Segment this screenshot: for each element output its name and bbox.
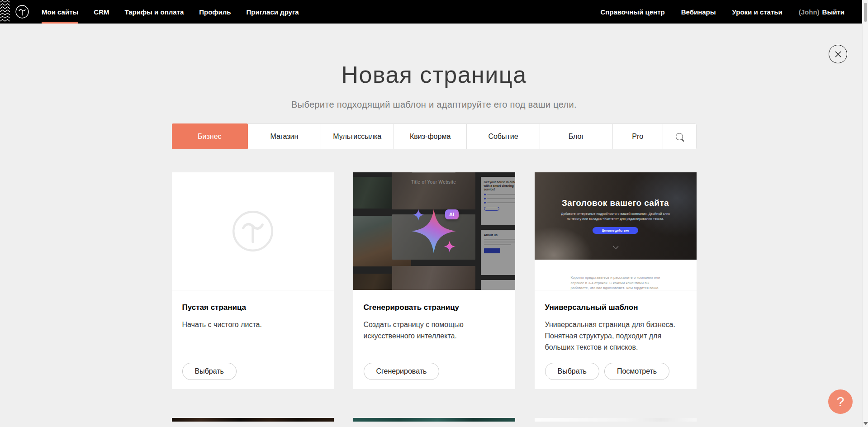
- template-category-tabs: Бизнес Магазин Мультиссылка Квиз-форма С…: [172, 123, 697, 149]
- page-title: Новая страница: [172, 62, 697, 88]
- tilda-watermark-icon: [232, 210, 274, 252]
- card-description: Универсальная страница для бизнеса. Поня…: [545, 319, 678, 353]
- nav-profile[interactable]: Профиль: [199, 0, 231, 24]
- logout-label: Выйти: [822, 8, 844, 16]
- tab-blog[interactable]: Блог: [540, 124, 613, 149]
- card-info: Сгенерировать страницу Создать страницу …: [353, 290, 515, 389]
- tab-business[interactable]: Бизнес: [172, 123, 248, 149]
- universal-preview[interactable]: Заголовок вашего сайта Добавьте интересн…: [535, 172, 697, 290]
- nav-webinars[interactable]: Вебинары: [681, 0, 716, 24]
- template-card-blank: Пустая страница Начать с чистого листа. …: [172, 172, 334, 389]
- card-info: Пустая страница Начать с чистого листа. …: [172, 290, 334, 389]
- generate-button[interactable]: Сгенерировать: [364, 363, 440, 380]
- template-card-partial-1[interactable]: [172, 418, 334, 422]
- new-page-dialog: Новая страница Выберите подходящий шабло…: [172, 62, 697, 422]
- ai-badge: AI: [445, 209, 459, 219]
- universal-body-text: Коротко представьтесь и расскажите о ком…: [571, 275, 661, 290]
- universal-cta-button: Целевое действие: [593, 227, 639, 234]
- nav-pricing[interactable]: Тарифы и оплата: [124, 0, 184, 24]
- tab-quiz-form[interactable]: Квиз-форма: [394, 124, 467, 149]
- blank-preview[interactable]: [172, 172, 334, 290]
- close-button[interactable]: [829, 45, 847, 63]
- card-title: Универсальный шаблон: [545, 303, 686, 312]
- tab-event[interactable]: Событие: [467, 124, 540, 149]
- card-description: Начать с чистого листа.: [182, 319, 316, 330]
- page-subtitle: Выберите подходящий шаблон и адаптируйте…: [172, 100, 697, 110]
- choose-universal-button[interactable]: Выбрать: [545, 363, 599, 380]
- nav-logout[interactable]: (John) Выйти: [799, 0, 844, 24]
- card-description: Создать страницу с помощью искусственног…: [364, 319, 497, 342]
- tilda-logo-icon: [15, 5, 29, 19]
- tab-multilink[interactable]: Мультиссылка: [321, 124, 394, 149]
- card-title: Пустая страница: [182, 303, 323, 312]
- close-icon: [834, 50, 842, 58]
- choose-blank-button[interactable]: Выбрать: [182, 363, 237, 380]
- scrollbar-down-arrow[interactable]: [863, 422, 868, 425]
- tab-pro[interactable]: Pro: [613, 124, 663, 149]
- universal-body: Коротко представьтесь и расскажите о ком…: [535, 260, 697, 290]
- universal-hero: Заголовок вашего сайта Добавьте интересн…: [535, 172, 697, 260]
- template-card-universal: Заголовок вашего сайта Добавьте интересн…: [535, 172, 697, 389]
- search-icon: [676, 133, 683, 140]
- nav-help-center[interactable]: Справочный центр: [600, 0, 664, 24]
- nav-invite-friend[interactable]: Пригласи друга: [246, 0, 299, 24]
- user-name: (John): [799, 8, 820, 16]
- template-grid: Пустая страница Начать с чистого листа. …: [172, 172, 697, 389]
- scrollbar[interactable]: [862, 0, 868, 427]
- nav-lessons[interactable]: Уроки и статьи: [732, 0, 783, 24]
- template-card-partial-3[interactable]: [535, 418, 697, 422]
- topbar: Мои сайты CRM Тарифы и оплата Профиль Пр…: [0, 0, 868, 24]
- card-title: Сгенерировать страницу: [364, 303, 504, 312]
- nav-my-sites[interactable]: Мои сайты: [42, 0, 78, 24]
- ai-preview[interactable]: Title of Your Website Get your house in …: [353, 172, 515, 290]
- main-nav: Мои сайты CRM Тарифы и оплата Профиль Пр…: [42, 0, 299, 24]
- tab-store[interactable]: Магазин: [248, 124, 321, 149]
- secondary-nav: Справочный центр Вебинары Уроки и статьи…: [600, 0, 844, 24]
- ai-sparkles-icon: [353, 172, 515, 290]
- template-grid-row2: [172, 418, 697, 422]
- help-button[interactable]: ?: [828, 389, 853, 414]
- template-card-ai-generate: Title of Your Website Get your house in …: [353, 172, 515, 389]
- tab-search[interactable]: [663, 124, 696, 149]
- nav-crm[interactable]: CRM: [94, 0, 109, 24]
- universal-hero-subtitle: Добавьте интересные подробности о вашей …: [561, 212, 670, 221]
- preview-universal-button[interactable]: Посмотреть: [604, 363, 669, 380]
- card-info: Универсальный шаблон Универсальная стран…: [535, 290, 697, 389]
- template-card-partial-2[interactable]: [353, 418, 515, 422]
- zigzag-pattern: [0, 0, 10, 24]
- scrollbar-thumb[interactable]: [864, 3, 867, 22]
- universal-hero-title: Заголовок вашего сайта: [562, 198, 669, 208]
- tilda-logo[interactable]: [10, 0, 42, 24]
- chevron-down-icon: [612, 243, 618, 249]
